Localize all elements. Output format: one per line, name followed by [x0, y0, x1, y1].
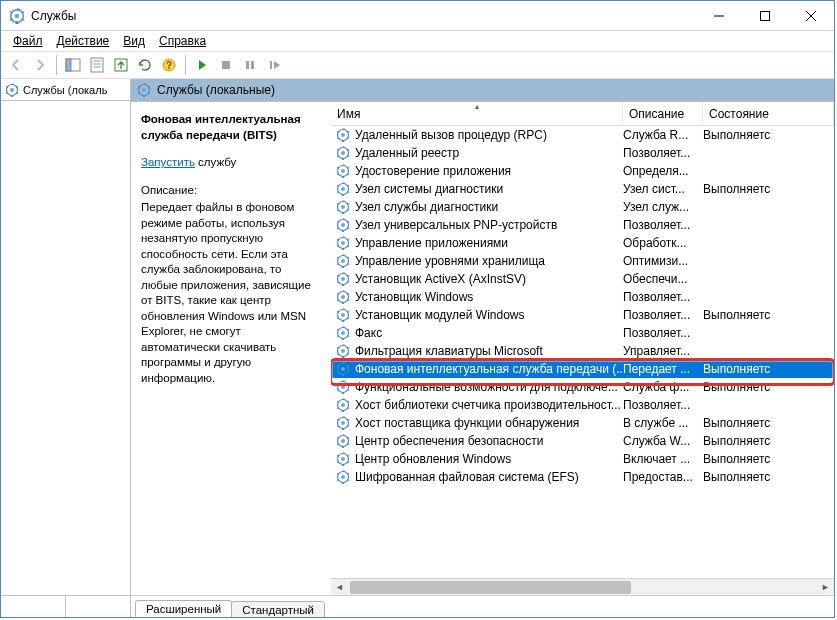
service-name-cell: Установщик Windows — [351, 290, 623, 304]
service-gear-icon — [335, 272, 351, 286]
show-hide-tree-button[interactable] — [62, 54, 84, 76]
service-desc-cell: В службе ... — [623, 416, 703, 430]
sort-ascending-icon: ▴ — [475, 102, 479, 111]
window-title: Службы — [31, 9, 76, 23]
service-row[interactable]: Удаленный вызов процедур (RPC)Служба R..… — [331, 126, 834, 144]
service-gear-icon — [335, 254, 351, 268]
service-name-cell: Шифрованная файловая система (EFS) — [351, 470, 623, 484]
back-button — [5, 54, 27, 76]
horizontal-scrollbar[interactable]: ◄ ► — [331, 578, 834, 595]
service-row[interactable]: Функциональные возможности для подключе.… — [331, 378, 834, 396]
service-name-cell: Узел универсальных PNP-устройств — [351, 218, 623, 232]
service-name-cell: Центр обновления Windows — [351, 452, 623, 466]
minimize-button[interactable] — [696, 1, 742, 31]
service-row[interactable]: Центр обеспечения безопасностиСлужба W..… — [331, 432, 834, 450]
service-name-cell: Функциональные возможности для подключе.… — [351, 380, 623, 394]
column-description[interactable]: Описание — [623, 102, 703, 125]
refresh-button[interactable] — [134, 54, 156, 76]
service-gear-icon — [335, 290, 351, 304]
svg-rect-18 — [270, 61, 272, 69]
service-gear-icon — [335, 362, 351, 376]
menu-view[interactable]: Вид — [117, 32, 151, 50]
service-gear-icon — [335, 164, 351, 178]
service-gear-icon — [335, 326, 351, 340]
service-row[interactable]: Установщик ActiveX (AxInstSV)Обеспечи... — [331, 270, 834, 288]
service-state-cell: Выполняетс — [703, 416, 834, 430]
close-button[interactable] — [788, 1, 834, 31]
tab-standard[interactable]: Стандартный — [231, 601, 325, 617]
service-desc-cell: Обработк... — [623, 236, 703, 250]
service-desc-cell: Оптимизи... — [623, 254, 703, 268]
service-desc-cell: Определя... — [623, 164, 703, 178]
description-text: Передает файлы в фоновом режиме работы, … — [141, 200, 321, 386]
service-row[interactable]: Установщик WindowsПозволяет... — [331, 288, 834, 306]
service-row[interactable]: Фоновая интеллектуальная служба передачи… — [331, 360, 834, 378]
scrollbar-thumb[interactable] — [350, 581, 631, 594]
scroll-left-icon[interactable]: ◄ — [331, 579, 348, 596]
service-action-line: Запустить службу — [141, 155, 321, 171]
tree-footer — [1, 595, 130, 617]
service-desc-cell: Передает ... — [623, 362, 703, 376]
service-desc-cell: Позволяет... — [623, 290, 703, 304]
service-row[interactable]: Узел службы диагностикиУзел служ... — [331, 198, 834, 216]
service-row[interactable]: Фильтрация клавиатуры MicrosoftУправляет… — [331, 342, 834, 360]
svg-rect-15 — [222, 61, 230, 69]
scroll-right-icon[interactable]: ► — [817, 579, 834, 596]
menu-action[interactable]: Действие — [51, 32, 116, 50]
service-row[interactable]: Хост библиотеки счетчика производительно… — [331, 396, 834, 414]
service-row[interactable]: Шифрованная файловая система (EFS)Предос… — [331, 468, 834, 486]
service-row[interactable]: Установщик модулей WindowsПозволяет...Вы… — [331, 306, 834, 324]
service-row[interactable]: Удаленный реестрПозволяет... — [331, 144, 834, 162]
service-gear-icon — [335, 398, 351, 412]
service-gear-icon — [335, 200, 351, 214]
service-row[interactable]: Удостоверение приложенияОпределя... — [331, 162, 834, 180]
service-desc-cell: Позволяет... — [623, 218, 703, 232]
service-desc-cell: Позволяет... — [623, 326, 703, 340]
list-header: Имя ▴ Описание Состояние — [331, 102, 834, 126]
service-name-cell: Центр обеспечения безопасности — [351, 434, 623, 448]
service-name-cell: Узел системы диагностики — [351, 182, 623, 196]
menu-help[interactable]: Справка — [153, 32, 212, 50]
service-gear-icon — [335, 218, 351, 232]
start-service-button[interactable] — [191, 54, 213, 76]
service-desc-cell: Предостав... — [623, 470, 703, 484]
service-desc-cell: Узел служ... — [623, 200, 703, 214]
service-row[interactable]: Управление уровнями хранилищаОптимизи... — [331, 252, 834, 270]
menu-bar: Файл Действие Вид Справка — [1, 31, 834, 51]
svg-rect-7 — [66, 59, 71, 71]
service-name-cell: Удаленный вызов процедур (RPC) — [351, 128, 623, 142]
export-button[interactable] — [110, 54, 132, 76]
column-name[interactable]: Имя ▴ — [331, 102, 623, 125]
svg-rect-3 — [761, 11, 770, 20]
selected-service-name: Фоновая интеллектуальная служба передачи… — [141, 112, 321, 143]
restart-service-button — [263, 54, 285, 76]
service-row[interactable]: Хост поставщика функции обнаруженияВ слу… — [331, 414, 834, 432]
tab-extended[interactable]: Расширенный — [135, 600, 232, 617]
properties-button[interactable] — [86, 54, 108, 76]
service-desc-cell: Узел сист... — [623, 182, 703, 196]
tree-root-item[interactable]: Службы (локаль — [1, 79, 130, 101]
service-gear-icon — [335, 380, 351, 394]
service-name-cell: Узел службы диагностики — [351, 200, 623, 214]
service-row[interactable]: Узел универсальных PNP-устройствПозволяе… — [331, 216, 834, 234]
service-list-body[interactable]: Удаленный вызов процедур (RPC)Служба R..… — [331, 126, 834, 578]
service-row[interactable]: Узел системы диагностикиУзел сист...Выпо… — [331, 180, 834, 198]
service-state-cell: Выполняетс — [703, 362, 834, 376]
svg-rect-16 — [246, 61, 249, 69]
service-gear-icon — [335, 434, 351, 448]
menu-file[interactable]: Файл — [7, 32, 49, 50]
service-state-cell: Выполняетс — [703, 470, 834, 484]
app-gear-icon — [9, 8, 25, 24]
start-service-link[interactable]: Запустить — [141, 156, 195, 168]
stop-service-button — [215, 54, 237, 76]
service-gear-icon — [335, 146, 351, 160]
service-desc-cell: Управляет... — [623, 344, 703, 358]
column-state[interactable]: Состояние — [703, 102, 834, 125]
service-row[interactable]: Центр обновления WindowsВключает ...Выпо… — [331, 450, 834, 468]
service-name-cell: Установщик модулей Windows — [351, 308, 623, 322]
service-state-cell: Выполняетс — [703, 452, 834, 466]
maximize-button[interactable] — [742, 1, 788, 31]
help-button[interactable]: ? — [158, 54, 180, 76]
service-row[interactable]: ФаксПозволяет... — [331, 324, 834, 342]
service-row[interactable]: Управление приложениямиОбработк... — [331, 234, 834, 252]
